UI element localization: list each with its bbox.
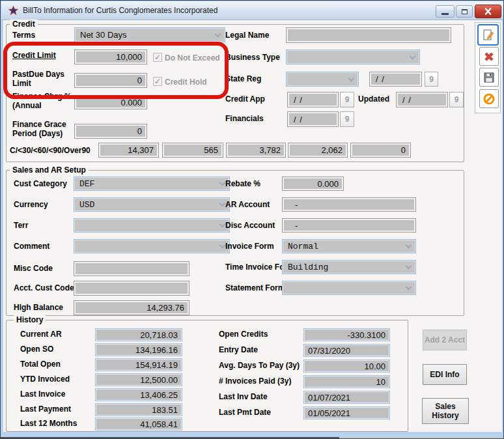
finance-grace-input[interactable]: 0: [74, 124, 147, 139]
credit-app-date-input[interactable]: / /: [287, 92, 339, 107]
currency-combo[interactable]: USD: [74, 197, 230, 212]
high-balance-input[interactable]: 14,293.76: [74, 300, 189, 315]
state-reg-label: State Reg: [225, 74, 261, 83]
chevron-down-icon: [406, 284, 412, 290]
aging-under90-field[interactable]: 2,062: [288, 143, 348, 158]
credit-limit-input[interactable]: 10,000: [74, 50, 147, 64]
edit-page-pencil-icon: [482, 29, 495, 42]
financials-calendar-button[interactable]: 9: [340, 111, 354, 127]
last-12-months-field[interactable]: 41,058.41: [95, 418, 182, 431]
chevron-down-icon: [219, 221, 226, 228]
aging-over90-field[interactable]: 0: [350, 143, 411, 158]
terms-combo[interactable]: Net 30 Days: [74, 27, 225, 42]
acct-cust-code-input[interactable]: [74, 281, 189, 296]
cust-category-combo[interactable]: DEF: [74, 177, 230, 191]
time-invoice-form-combo[interactable]: Building: [282, 260, 416, 274]
sales-ar-group-label: Sales and AR Setup: [10, 165, 89, 175]
state-reg-calendar-button[interactable]: 9: [425, 72, 438, 87]
state-reg-date-input[interactable]: / /: [369, 72, 422, 87]
billto-window: BillTo Information for Curtis Conglomera…: [0, 0, 504, 439]
invoice-form-combo[interactable]: Normal: [282, 239, 416, 253]
last-pmt-date-field[interactable]: 01/05/2021: [303, 406, 390, 419]
rebate-input[interactable]: 0.000: [282, 177, 344, 191]
ar-account-label: AR Account: [225, 200, 270, 209]
terr-label: Terr: [14, 221, 28, 230]
high-balance-label: HIgh Balance: [14, 303, 63, 312]
last-invoice-label: Last Invoice: [20, 389, 65, 399]
aging-under30-field[interactable]: 565: [162, 143, 223, 158]
avg-days-to-pay-label: Avg. Days To Pay (3y): [219, 361, 300, 370]
legal-name-input[interactable]: [286, 27, 451, 43]
close-button[interactable]: [475, 5, 501, 18]
pastdue-days-limit-input[interactable]: 0: [74, 73, 147, 88]
sales-history-button[interactable]: Sales History: [422, 398, 469, 424]
statement-form-combo[interactable]: [282, 281, 416, 295]
titlebar: BillTo Information for Curtis Conglomera…: [1, 1, 503, 20]
chevron-down-icon: [410, 53, 416, 59]
last-invoice-field[interactable]: 13,406.25: [95, 388, 182, 401]
edi-info-button[interactable]: EDI Info: [423, 364, 467, 385]
chevron-down-icon: [348, 75, 355, 81]
minimize-icon: [441, 13, 449, 15]
terr-combo[interactable]: [74, 218, 230, 233]
disc-account-input[interactable]: -: [282, 218, 416, 233]
last-payment-field[interactable]: 183.51: [95, 403, 182, 416]
ytd-invoiced-field[interactable]: 12,500.00: [95, 373, 182, 386]
cancel-no-sign-icon: [483, 92, 496, 106]
last-inv-date-label: Last Inv Date: [219, 392, 268, 401]
cust-category-label: Cust Category: [14, 179, 67, 188]
ar-account-input[interactable]: -: [282, 197, 416, 212]
open-so-field[interactable]: 134,196.16: [95, 343, 182, 356]
last-inv-date-field[interactable]: 01/07/2021: [303, 391, 390, 404]
save-floppy-icon: [483, 71, 496, 84]
avg-days-to-pay-field[interactable]: 10.00: [303, 360, 390, 373]
updated-date-input[interactable]: / /: [396, 92, 448, 107]
current-ar-field[interactable]: 20,718.03: [95, 328, 182, 341]
chevron-down-icon: [219, 180, 226, 186]
financials-date-input[interactable]: / /: [287, 111, 339, 127]
chevron-down-icon: [406, 242, 412, 249]
entry-date-field[interactable]: 07/31/2020: [303, 344, 390, 357]
aging-current-field[interactable]: 14,307: [98, 143, 159, 158]
delete-x-icon: [483, 50, 496, 63]
comment-label: Comment: [14, 242, 49, 251]
last-12-months-label: Last 12 Months: [20, 419, 77, 428]
save-button[interactable]: [479, 68, 499, 87]
business-type-combo[interactable]: [286, 50, 420, 64]
chevron-down-icon: [406, 263, 412, 270]
open-credits-field[interactable]: -330.3100: [303, 328, 390, 341]
state-reg-combo[interactable]: [286, 72, 359, 87]
maximize-button[interactable]: [456, 5, 473, 18]
calendar-icon: 9: [429, 75, 434, 84]
aging-under60-field[interactable]: 3,782: [226, 143, 286, 158]
close-icon: [484, 8, 492, 15]
misc-code-label: Misc Code: [14, 264, 53, 273]
credit-app-calendar-button[interactable]: 9: [340, 92, 354, 107]
entry-date-label: Entry Date: [219, 345, 258, 354]
total-open-field[interactable]: 154,914.19: [95, 358, 182, 371]
comment-combo[interactable]: [74, 239, 230, 253]
misc-code-input[interactable]: [74, 261, 189, 276]
updated-label: Updated: [358, 94, 389, 104]
updated-calendar-button[interactable]: 9: [449, 92, 464, 107]
credit-limit-label: Credit Limit: [12, 51, 56, 60]
delete-button[interactable]: [479, 47, 499, 66]
total-open-label: Total Open: [20, 360, 61, 369]
invoices-paid-field[interactable]: 10: [303, 375, 390, 388]
rebate-label: Rebate %: [225, 179, 260, 188]
credit-hold-checkbox[interactable]: ✓: [153, 77, 162, 86]
do-not-exceed-checkbox[interactable]: ✓: [153, 53, 162, 62]
terms-value: Net 30 Days: [80, 30, 127, 40]
cancel-button[interactable]: [479, 89, 499, 108]
disc-account-label: Disc Account: [225, 221, 275, 230]
currency-label: Currency: [14, 200, 48, 209]
minimize-button[interactable]: [436, 5, 455, 18]
maximize-icon: [462, 9, 468, 14]
business-type-label: Business Type: [225, 53, 280, 62]
open-credits-label: Open Credits: [219, 330, 268, 339]
finance-grace-label: Finance Grace Period (Days): [12, 120, 75, 138]
finance-chrg-input[interactable]: 0.000: [74, 95, 147, 109]
add-2-acct-button[interactable]: Add 2 Acct: [423, 330, 467, 350]
acct-cust-code-label: Acct. Cust Code: [14, 283, 74, 292]
edit-button[interactable]: [477, 24, 499, 46]
